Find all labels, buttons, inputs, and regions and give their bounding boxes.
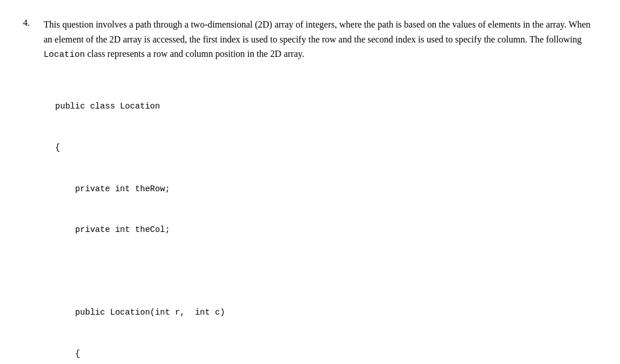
code-block: public class Location { private int theR… (55, 72, 597, 364)
question-container: 4. This question involves a path through… (23, 17, 597, 364)
question-text: This question involves a path through a … (44, 17, 597, 62)
code-line-5: public Location(int r, int c) (55, 306, 597, 320)
paragraph-intro: This question involves a path through a … (44, 20, 591, 44)
paragraph-end: class represents a row and column positi… (87, 49, 304, 59)
location-class-inline: Location (44, 50, 85, 60)
code-line-1: { (55, 141, 597, 155)
question-body: This question involves a path through a … (44, 17, 597, 364)
code-line-4 (55, 265, 597, 278)
code-line-3: private int theCol; (55, 223, 597, 237)
code-line-0: public class Location (55, 100, 597, 114)
question-number: 4. (23, 17, 37, 364)
code-line-2: private int theRow; (55, 183, 597, 196)
code-line-6: { (55, 347, 597, 361)
